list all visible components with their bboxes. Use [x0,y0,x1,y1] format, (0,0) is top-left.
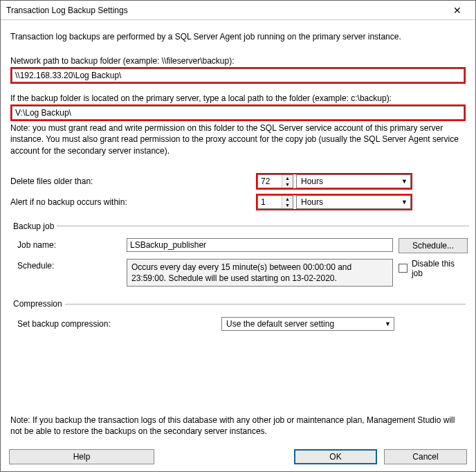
local-path-label: If the backup folder is located on the p… [10,93,466,103]
dialog-window: Transaction Log Backup Settings ✕ Transa… [0,0,476,472]
help-button[interactable]: Help [9,449,154,464]
window-title: Transaction Log Backup Settings [6,6,128,15]
alert-if-spinner[interactable]: ▲ ▼ [257,195,293,209]
delete-older-spinner[interactable]: ▲ ▼ [257,174,293,188]
permission-note: Note: you must grant read and write perm… [10,122,466,156]
job-name-input[interactable] [127,238,393,252]
close-icon[interactable]: ✕ [443,5,471,16]
checkbox-icon [399,264,408,273]
compression-legend: Compression [10,299,65,309]
ok-button[interactable]: OK [294,449,377,464]
backup-job-group: Backup job Job name: Schedule... Schedul… [10,221,469,288]
chevron-up-icon[interactable]: ▲ [282,175,293,181]
delete-older-row: Delete files older than: ▲ ▼ Hours ▼ [10,173,466,190]
disable-job-label: Disable this job [412,259,468,278]
delete-older-unit: Hours [301,176,323,186]
delete-older-controls: ▲ ▼ Hours ▼ [256,173,412,190]
disable-job-checkbox[interactable]: Disable this job [399,259,468,278]
job-name-label: Job name: [17,238,121,250]
schedule-button[interactable]: Schedule... [399,238,468,253]
delete-older-unit-combo[interactable]: Hours ▼ [296,174,411,188]
delete-older-label: Delete files older than: [10,176,256,186]
schedule-text: Occurs every day every 15 minute(s) betw… [127,259,393,287]
network-path-label: Network path to backup folder (example: … [10,56,466,66]
spinner-arrows[interactable]: ▲ ▼ [282,175,293,188]
footer-note: Note: If you backup the transaction logs… [10,410,466,437]
schedule-label: Schedule: [17,259,121,271]
chevron-down-icon: ▼ [401,178,408,185]
compression-label: Set backup compression: [17,319,221,329]
title-bar: Transaction Log Backup Settings ✕ [1,1,475,20]
chevron-down-icon[interactable]: ▼ [282,202,293,208]
alert-if-label: Alert if no backup occurs within: [10,197,256,207]
delete-older-value[interactable] [258,175,282,188]
alert-if-unit: Hours [301,197,323,207]
compression-value: Use the default server setting [226,319,334,329]
alert-if-controls: ▲ ▼ Hours ▼ [256,194,412,210]
dialog-buttons: Help OK Cancel [1,442,475,471]
chevron-down-icon: ▼ [385,320,391,327]
alert-if-unit-combo[interactable]: Hours ▼ [296,195,411,209]
backup-job-legend: Backup job [10,221,57,231]
network-path-highlight [10,67,466,84]
cancel-button[interactable]: Cancel [384,449,467,464]
alert-if-value[interactable] [258,196,282,208]
network-path-input[interactable] [12,69,464,82]
dialog-body: Transaction log backups are performed by… [1,20,475,442]
alert-if-row: Alert if no backup occurs within: ▲ ▼ Ho… [10,194,466,210]
chevron-down-icon: ▼ [401,199,408,206]
local-path-input[interactable] [12,106,464,120]
compression-group: Compression Set backup compression: Use … [10,299,466,332]
chevron-down-icon[interactable]: ▼ [282,181,293,188]
chevron-up-icon[interactable]: ▲ [282,196,293,202]
spinner-arrows[interactable]: ▲ ▼ [282,196,293,208]
compression-combo[interactable]: Use the default server setting ▼ [221,317,394,331]
local-path-highlight [10,105,466,121]
intro-text: Transaction log backups are performed by… [10,31,466,42]
